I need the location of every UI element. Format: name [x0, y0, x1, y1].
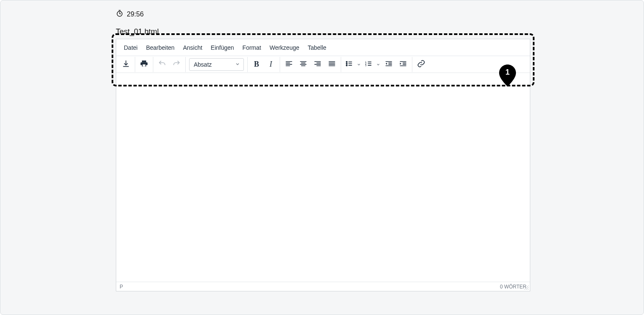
bullet-list-icon: [345, 59, 353, 70]
undo-button[interactable]: [155, 57, 169, 72]
menu-edit[interactable]: Bearbeiten: [142, 42, 179, 54]
numbered-list-icon: 123: [364, 59, 373, 70]
outdent-button[interactable]: [382, 57, 396, 72]
block-format-select[interactable]: Absatz: [189, 58, 244, 71]
resize-icon: [524, 285, 529, 291]
menu-view[interactable]: Ansicht: [179, 42, 206, 54]
redo-icon: [172, 59, 181, 70]
align-justify-button[interactable]: [325, 57, 339, 72]
block-format-label: Absatz: [194, 61, 212, 68]
element-path[interactable]: P: [120, 284, 123, 290]
print-icon: [140, 59, 148, 70]
timer: 29:56: [116, 10, 530, 19]
save-button[interactable]: [119, 57, 133, 72]
indent-icon: [399, 59, 407, 70]
align-center-button[interactable]: [296, 57, 310, 72]
editor-menubar: Datei Bearbeiten Ansicht Einfügen Format…: [116, 39, 530, 56]
indent-button[interactable]: [396, 57, 410, 72]
chevron-down-icon: [376, 61, 380, 68]
outdent-icon: [385, 59, 393, 70]
align-right-button[interactable]: [310, 57, 325, 72]
numbered-list-button[interactable]: 123: [362, 57, 375, 72]
link-icon: [417, 59, 425, 70]
bullet-list-menu[interactable]: [355, 61, 362, 68]
italic-icon: I: [270, 60, 272, 69]
svg-point-3: [346, 63, 347, 64]
menu-insert[interactable]: Einfügen: [206, 42, 238, 54]
svg-point-2: [346, 61, 347, 62]
word-count[interactable]: 0 WÖRTER: [500, 284, 526, 290]
menu-tools[interactable]: Werkzeuge: [265, 42, 304, 54]
svg-point-4: [346, 65, 347, 66]
svg-text:3: 3: [365, 64, 366, 66]
svg-rect-1: [143, 64, 146, 66]
align-justify-icon: [328, 59, 336, 70]
menu-table[interactable]: Tabelle: [304, 42, 331, 54]
chevron-down-icon: [235, 61, 240, 68]
undo-icon: [158, 59, 166, 70]
italic-button[interactable]: I: [264, 57, 278, 72]
resize-handle[interactable]: [524, 285, 529, 290]
bold-icon: B: [254, 60, 259, 69]
editor-content-area[interactable]: [116, 73, 530, 282]
align-left-icon: [285, 59, 293, 70]
redo-button[interactable]: [169, 57, 184, 72]
align-center-icon: [299, 59, 307, 70]
menu-format[interactable]: Format: [238, 42, 265, 54]
chevron-down-icon: [357, 61, 361, 68]
link-button[interactable]: [414, 57, 428, 72]
rich-text-editor: Datei Bearbeiten Ansicht Einfügen Format…: [116, 39, 530, 291]
content-column: 29:56 Test_01.html Datei Bearbeiten Ansi…: [116, 10, 530, 291]
app-frame: 29:56 Test_01.html Datei Bearbeiten Ansi…: [0, 0, 644, 315]
editor-statusbar: P 0 WÖRTER: [116, 282, 530, 291]
align-right-icon: [313, 59, 322, 70]
menu-file[interactable]: Datei: [120, 42, 142, 54]
bullet-list-button[interactable]: [343, 57, 355, 72]
timer-icon: [116, 10, 123, 19]
align-left-button[interactable]: [282, 57, 296, 72]
download-icon: [122, 59, 130, 70]
timer-value: 29:56: [127, 11, 144, 18]
document-filename: Test_01.html: [116, 27, 530, 36]
print-button[interactable]: [137, 57, 151, 72]
bold-button[interactable]: B: [249, 57, 264, 72]
numbered-list-menu[interactable]: [375, 61, 382, 68]
editor-toolbar: Absatz B I: [116, 56, 530, 73]
